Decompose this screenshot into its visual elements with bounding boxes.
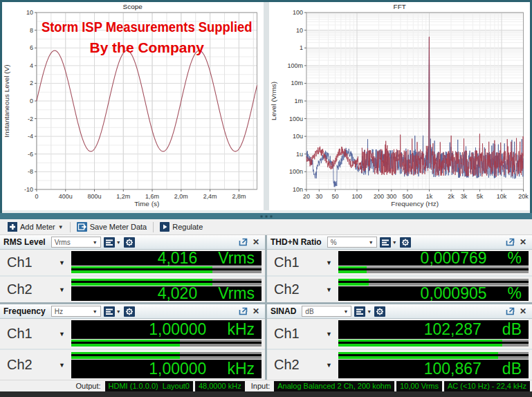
svg-text:1: 1 [299,44,302,51]
meter-panel-header: THD+N Ratio%▼▼✕ [267,235,532,250]
chevron-down-icon: ▼ [59,259,65,266]
meter-display-button[interactable] [380,237,391,248]
apx-measurement-window: -10-8-6-4-202468100400u800u1,2m1,6m2,0m2… [0,0,532,397]
toolbar-separator [153,222,154,232]
level-bar [71,279,262,286]
channel-readout: 0,000905% [338,277,532,302]
unit-selector-value: dB [305,308,313,315]
close-button[interactable]: ✕ [517,306,529,316]
unit-selector[interactable]: Vrms▼ [51,237,101,248]
svg-text:10k: 10k [496,193,506,200]
close-button[interactable]: ✕ [517,237,529,247]
meter-display-button[interactable] [104,306,115,317]
svg-text:1,6m: 1,6m [145,193,159,200]
meter-unit: Vrms [218,251,255,266]
svg-text:Level (Vrms): Level (Vrms) [269,82,277,120]
meter-panel-header: RMS LevelVrms▼▼✕ [0,235,265,250]
meter-unit: kHz [227,360,255,378]
channel-readout: 1,00000kHz [71,319,265,349]
popout-icon [506,307,515,315]
meter-value: 0,000905 [421,286,487,301]
unit-selector[interactable]: %▼ [327,237,377,248]
svg-text:100: 100 [292,9,302,16]
popout-button[interactable] [239,238,248,246]
meter-reading: 1,00000kHz [71,320,262,339]
svg-text:800u: 800u [88,193,102,200]
unit-selector-value: Vrms [55,239,71,246]
channel-selector[interactable]: Ch2▼ [267,350,338,380]
channel-row: Ch2▼1,00000kHz [0,349,265,380]
meter-panel-header: FrequencyHz▼▼✕ [0,304,265,319]
meter-channels: Ch1▼102,287dBCh2▼100,867dB [267,319,532,380]
meter-unit: kHz [227,320,255,339]
channel-selector[interactable]: Ch1▼ [267,250,338,275]
meter-settings-button[interactable] [374,306,385,317]
chevron-down-icon[interactable]: ▼ [392,240,397,245]
horizontal-splitter[interactable] [0,213,532,219]
level-bar [338,266,529,273]
chevron-down-icon: ▼ [326,331,332,338]
svg-text:20k: 20k [518,193,529,200]
meter-display-button[interactable] [104,237,115,248]
channel-selector[interactable]: Ch1▼ [267,319,338,349]
meter-title: RMS Level [3,237,46,247]
output-status-badge: HDMI (1.0.0.0) Layout0 [105,381,193,391]
chevron-down-icon: ▼ [59,331,65,338]
channel-selector[interactable]: Ch1▼ [0,250,71,275]
svg-text:-8: -8 [28,168,33,175]
regulate-button[interactable]: Regulate [156,221,206,233]
meter-settings-button[interactable] [124,237,135,248]
output-label: Output: [75,382,100,390]
chevron-down-icon[interactable]: ▼ [116,309,121,314]
gear-icon [374,306,385,317]
channel-name: Ch2 [274,281,326,297]
level-bar [71,352,262,359]
annotation-line2: By the Company [89,39,204,55]
chevron-down-icon: ▼ [326,362,332,369]
level-bar [338,340,529,347]
meter-settings-button[interactable] [400,237,411,248]
unit-selector[interactable]: dB▼ [302,306,351,317]
svg-text:2: 2 [30,80,33,86]
channel-readout: 100,867dB [338,350,532,380]
channel-selector[interactable]: Ch2▼ [0,277,71,302]
gear-icon [124,237,135,248]
save-meter-data-button[interactable]: Save Meter Data [73,221,151,233]
gear-icon [124,306,135,317]
popout-button[interactable] [506,238,515,246]
chevron-down-icon[interactable]: ▼ [116,240,121,245]
svg-text:0: 0 [35,193,38,200]
bar-meter-icon [104,306,115,317]
svg-text:8: 8 [30,27,33,34]
close-button[interactable]: ✕ [250,306,262,316]
channel-selector[interactable]: Ch2▼ [0,350,71,380]
input-status-badge: AC (<10 Hz) - 22,4 kHz [444,381,530,391]
vertical-splitter[interactable] [264,2,269,210]
channel-selector[interactable]: Ch2▼ [267,277,338,302]
svg-text:200: 200 [373,193,383,200]
popout-icon [506,238,515,246]
channel-selector[interactable]: Ch1▼ [0,319,71,349]
unit-selector[interactable]: Hz▼ [51,306,101,317]
status-bar: Output: HDMI (1.0.0.0) Layout048,0000 kH… [0,380,532,391]
meter-value: 0,000769 [421,251,487,266]
channel-name: Ch1 [7,255,59,270]
meter-display-button[interactable] [354,306,365,317]
svg-text:100u: 100u [288,116,302,122]
annotation-line1: Storm ISP Measurements Supplied [42,19,253,35]
splitter-grip-icon [260,215,272,217]
meter-panel: FrequencyHz▼▼✕Ch1▼1,00000kHzCh2▼1,00000k… [0,304,265,380]
meter-panel-header: SINADdB▼▼✕ [267,304,532,319]
unit-selector-value: Hz [55,308,63,315]
channel-row: Ch2▼4,020Vrms [0,275,265,302]
add-meter-button[interactable]: Add Meter ▼ [4,221,67,233]
close-button[interactable]: ✕ [250,237,262,247]
meter-settings-button[interactable] [124,306,135,317]
chevron-down-icon[interactable]: ▼ [367,309,372,314]
popout-button[interactable] [506,307,515,315]
channel-name: Ch2 [274,357,326,373]
channel-row: Ch2▼100,867dB [267,349,532,380]
meter-unit: % [508,286,522,301]
popout-button[interactable] [239,307,248,315]
svg-text:1u: 1u [295,151,302,158]
